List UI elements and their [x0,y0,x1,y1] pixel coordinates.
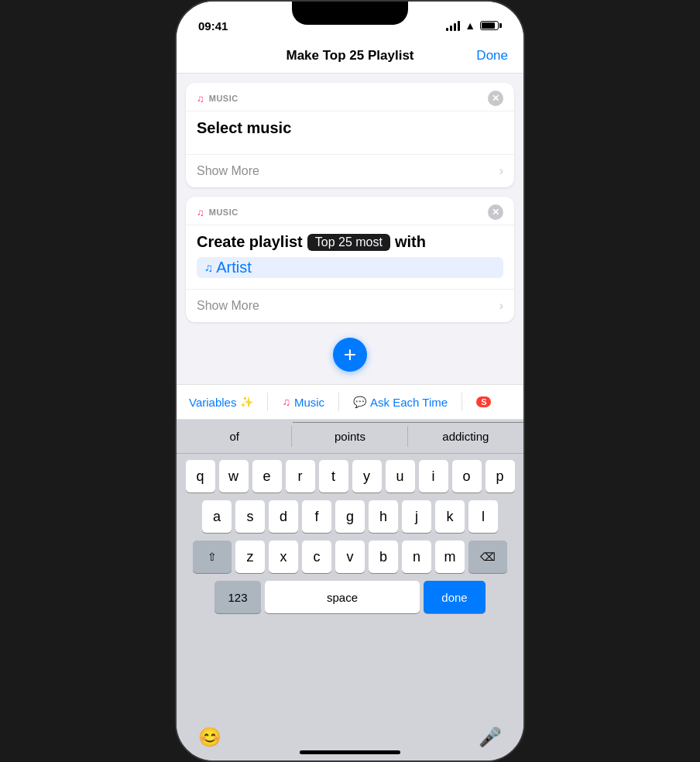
shift-key[interactable]: ⇧ [193,541,232,573]
card-1-header: ♫ MUSIC ✕ [186,83,514,112]
key-n[interactable]: n [402,541,431,573]
status-icons: ▲ [446,19,502,32]
toolbar-ask-each-label: Ask Each Time [370,396,448,409]
key-b[interactable]: b [369,541,398,573]
card-2-variable[interactable]: ♫ Artist [197,257,503,278]
cards-area: ♫ MUSIC ✕ Select music Show More › ♫ [177,74,523,384]
tooltip-line [293,422,525,423]
card-select-music: ♫ MUSIC ✕ Select music Show More › [186,83,514,187]
speech-bubble-icon: 💬 [353,396,366,408]
space-key[interactable]: space [265,581,420,613]
phone-container: 09:41 ▲ Make Top 25 Playlist Done [175,0,525,762]
music-note-icon-1: ♫ [197,93,204,105]
card-2-with-text: with [395,233,426,251]
key-s[interactable]: s [235,500,265,533]
key-t[interactable]: t [319,460,348,493]
key-f[interactable]: f [302,500,331,533]
card-2-show-more[interactable]: Show More › [186,289,514,322]
key-k[interactable]: k [435,500,465,533]
microphone-icon[interactable]: 🎤 [479,726,502,748]
key-e[interactable]: e [252,460,282,493]
delete-key[interactable]: ⌫ [468,541,507,573]
key-d[interactable]: d [269,500,298,533]
keyboard-row-1: q w e r t y u i o p [180,460,520,493]
main-content: Make Top 25 Playlist Done ♫ MUSIC ✕ Sele… [177,39,523,762]
keyboard-row-4: 123 space done [180,581,520,613]
toolbar-ask-each[interactable]: 💬 Ask Each Time [353,396,448,409]
toolbar-badge: S [476,396,491,407]
add-action-button[interactable]: + [333,338,367,372]
toolbar-divider-3 [462,393,462,411]
bottom-bar: 😊 🎤 [177,720,523,762]
card-1-close-button[interactable]: ✕ [488,91,503,106]
card-2-chevron-icon: › [499,299,503,313]
card-2-content: Create playlist Top 25 most with ♫ Artis… [186,225,514,289]
notch [292,2,408,25]
key-m[interactable]: m [435,541,465,573]
key-v[interactable]: v [335,541,365,573]
keyboard-row-3: ⇧ z x c v b n m ⌫ [180,541,520,573]
card-1-show-more-label: Show More [197,164,259,178]
toolbar-divider-1 [267,393,268,411]
nav-bar: Make Top 25 Playlist Done [177,39,523,74]
card-2-show-more-label: Show More [197,299,259,313]
key-w[interactable]: w [219,460,249,493]
music-note-icon-3: ♫ [204,261,213,274]
magic-wand-icon: ✨ [240,396,253,408]
nav-done-button[interactable]: Done [476,48,508,64]
key-y[interactable]: y [352,460,382,493]
status-time: 09:41 [198,19,228,33]
card-1-title: Select music [197,119,503,137]
wifi-icon: ▲ [465,19,475,32]
key-a[interactable]: a [202,500,232,533]
card-create-playlist: ♫ MUSIC ✕ Create playlist Top 25 most wi… [186,197,514,322]
home-indicator [300,750,400,754]
key-x[interactable]: x [269,541,298,573]
nav-title: Make Top 25 Playlist [286,48,413,64]
toolbar-variables[interactable]: Variables ✨ [189,396,253,409]
music-note-icon-2: ♫ [197,207,204,218]
key-g[interactable]: g [335,500,365,533]
card-2-category: MUSIC [209,208,238,217]
key-r[interactable]: r [286,460,315,493]
keyboard-row-2: a s d f g h j k l [180,500,520,533]
autocomplete-bar: of points addicting [177,420,523,454]
card-2-close-button[interactable]: ✕ [488,204,503,220]
autocomplete-of[interactable]: of [177,420,292,453]
numbers-key[interactable]: 123 [214,581,261,613]
key-o[interactable]: o [452,460,482,493]
key-h[interactable]: h [369,500,398,533]
battery-icon [480,21,502,30]
key-z[interactable]: z [235,541,265,573]
autocomplete-addicting[interactable]: addicting [408,420,523,453]
toolbar-music-label: Music [294,396,324,409]
card-2-row: Create playlist Top 25 most with [197,233,503,251]
key-p[interactable]: p [486,460,515,493]
card-2-tag[interactable]: Top 25 most [307,234,390,251]
toolbar-music[interactable]: ♫ Music [282,396,324,409]
key-c[interactable]: c [302,541,331,573]
card-1-category: MUSIC [209,94,238,103]
toolbar-variables-label: Variables [189,396,236,409]
autocomplete-points[interactable]: points [292,420,407,453]
signal-bars-icon [446,21,460,31]
emoji-icon[interactable]: 😊 [198,726,221,748]
key-l[interactable]: l [468,500,498,533]
card-2-header: ♫ MUSIC ✕ [186,197,514,225]
key-j[interactable]: j [402,500,431,533]
add-button-container: + [177,331,523,375]
done-key[interactable]: done [424,581,486,613]
toolbar-divider-2 [338,393,339,411]
card-1-show-more[interactable]: Show More › [186,154,514,187]
keyboard: q w e r t y u i o p a s d f g h j k [177,454,523,720]
key-q[interactable]: q [186,460,215,493]
music-note-toolbar-icon: ♫ [282,396,290,408]
variable-toolbar: Variables ✨ ♫ Music 💬 Ask Each Time S [177,384,523,420]
key-i[interactable]: i [419,460,448,493]
card-1-content: Select music [186,112,514,154]
card-1-chevron-icon: › [499,164,503,178]
key-u[interactable]: u [386,460,415,493]
card-2-create-text: Create playlist [197,233,303,251]
